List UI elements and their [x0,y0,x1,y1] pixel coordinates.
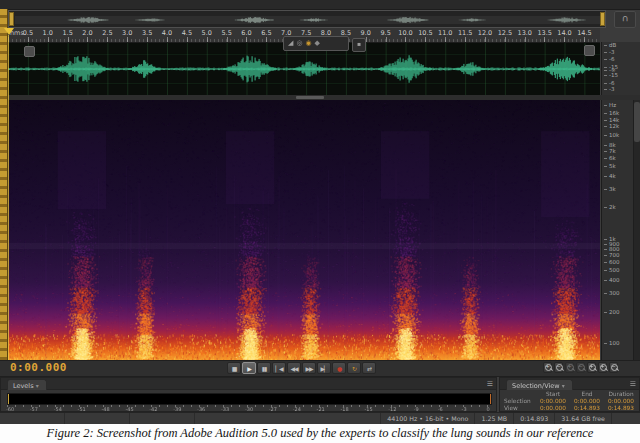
tab-selection-view[interactable]: Selection/View ▾ [506,379,573,390]
meter-min-post [8,394,9,404]
selview-value[interactable]: 0:00.000 [536,406,570,412]
status-info-segments: 44100 Hz • 16-bit • Mono1.25 MB0:14.8933… [381,413,612,424]
selview-value[interactable]: 0:00.000 [604,399,638,405]
ruler-label: 12.5 [498,29,512,37]
hud-fade-icon[interactable]: ◢ [288,40,293,47]
zoom-to-selection-button[interactable]: + [587,362,596,373]
spectrogram-panel[interactable] [8,100,600,360]
selection-view-panel: Selection/View ▾ ☰ StartEndDurationSelec… [499,377,640,412]
ruler-label: 9.5 [380,29,390,37]
overview-navigator[interactable] [8,10,606,28]
freq-label: 6k [609,156,616,162]
panel-grip[interactable] [501,380,505,388]
status-empty-segment [130,413,195,424]
zoom-sign: + [566,363,573,370]
ruler-label: 2.0 [82,29,92,37]
tab-levels[interactable]: Levels ▾ [7,379,47,390]
selview-value[interactable]: 0:00.000 [570,399,604,405]
selview-tabstrip: Selection/View ▾ ☰ [500,378,639,390]
ruler-label: 4.0 [162,29,172,37]
skip-to-end-button[interactable]: ▶▏ [317,362,331,374]
rewind-button[interactable]: ◀◀ [287,362,301,374]
zoom-full-button[interactable]: − [609,362,618,373]
hud-gain-knob-icon[interactable]: ◉ [306,40,312,47]
zoom-controls: +−+−++− [543,362,618,373]
playhead-marker[interactable] [4,28,14,35]
selview-column-header: Duration [604,392,638,398]
status-segment: 1.25 MB [475,413,514,424]
status-segment: 44100 Hz • 16-bit • Mono [381,413,475,424]
ruler-label: 5.0 [202,29,212,37]
selection-view-table: StartEndDurationSelection0:00.0000:00.00… [502,391,639,412]
skip-to-start-button[interactable]: ▏◀ [272,362,286,374]
amplitude-scale[interactable]: dB-3-6-15-∞-15-6-3 [601,42,640,95]
zoom-sign: + [544,363,551,370]
selview-value[interactable]: 0:14.893 [604,406,638,412]
ruler-label: 3.5 [142,29,152,37]
status-empty-segment [65,413,130,424]
selview-row-label: Selection [502,399,536,405]
hud-settings-icon[interactable]: ◆ [315,40,320,47]
clip-badge-icon[interactable] [24,46,35,57]
fast-forward-button[interactable]: ▶▶ [302,362,316,374]
zoom-sign: − [610,363,617,370]
playhead-line [8,35,9,360]
panel-grip[interactable] [2,380,6,388]
ruler-label: 1.0 [43,29,53,37]
status-bar: 44100 Hz • 16-bit • Mono1.25 MB0:14.8933… [0,412,640,424]
zoom-out-vertical-button[interactable]: − [576,362,585,373]
ruler-label: 10.5 [418,29,432,37]
zoom-in-point-button[interactable]: + [598,362,607,373]
vertical-scrollbar[interactable] [633,100,640,360]
play-button[interactable]: ▶ [242,362,256,374]
level-meter [7,393,492,405]
record-button[interactable]: ● [332,362,346,374]
clip-badge-right-icon[interactable] [584,45,595,56]
ruler-label: 3.0 [122,29,132,37]
status-segment: 31.64 GB free [555,413,612,424]
zoom-in-vertical-button[interactable]: + [565,362,574,373]
transport-controls: ■▶▮▮▏◀◀◀▶▶▶▏●↻⇄ [227,362,376,374]
loop-playback-button[interactable]: ↻ [347,362,361,374]
pause-button[interactable]: ▮▮ [257,362,271,374]
time-display[interactable]: 0:00.000 [10,361,67,374]
scrollbar-thumb[interactable] [634,102,640,142]
selview-column-header: End [570,392,604,398]
audition-window: ∩ 0.51.01.52.02.53.03.54.04.55.05.56.06.… [0,0,640,443]
navigator-right-handle[interactable] [600,12,605,26]
selview-column-header: Start [536,392,570,398]
ruler-label: 6.0 [241,29,251,37]
zoom-out-button[interactable]: − [554,362,563,373]
monitor-options-icon[interactable]: ∩ [614,11,636,28]
stop-button[interactable]: ■ [227,362,241,374]
zoom-sign: + [599,363,606,370]
freq-label: 600 [609,260,620,266]
selview-value[interactable]: 0:14.893 [570,406,604,412]
spectrogram-display[interactable] [8,100,600,360]
levels-panel: Levels ▾ ☰ -60-57-54-51-48-45-42-39-36-3… [0,377,497,412]
panel-left-drag-strip[interactable] [0,9,8,377]
ruler-label: 13.5 [537,29,551,37]
selview-value[interactable]: 0:00.000 [536,399,570,405]
hud-pin-icon[interactable]: ▪ [352,38,366,52]
freq-label: 5k [609,164,616,170]
navigator-left-handle[interactable] [9,12,14,26]
skip-selection-button[interactable]: ⇄ [362,362,376,374]
status-right-pad [612,413,640,424]
selview-row: Selection0:00.0000:00.0000:00.000 [502,398,639,405]
freq-label: 200 [609,310,620,316]
splitter-grip[interactable] [296,96,324,99]
levels-scale: -60-57-54-51-48-45-42-39-36-33-30-27-24-… [7,405,492,412]
ruler-label: 10.0 [398,29,412,37]
hud-volume-knob-icon[interactable]: ◎ [296,40,302,47]
window-top-edge [0,0,640,10]
frequency-unit-label: Hz [609,103,616,109]
zoom-in-button[interactable]: + [543,362,552,373]
db-label: dB [609,43,616,49]
db-label: -15 [609,73,618,79]
panel-menu-icon[interactable]: ☰ [487,380,493,388]
freq-label: 500 [609,268,620,274]
figure-caption: Figure 2: Screenshot from Adobe Audition… [0,424,640,443]
panel-menu-icon[interactable]: ☰ [630,380,636,388]
freq-label: 100 [609,341,620,347]
